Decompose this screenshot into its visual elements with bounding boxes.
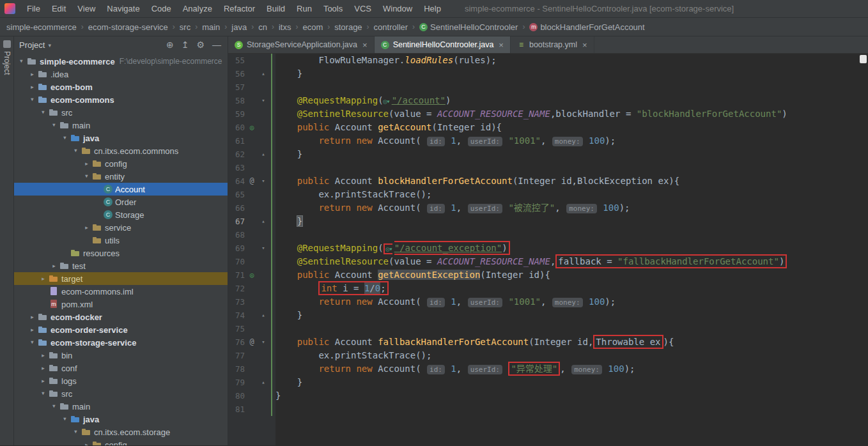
tree-toggle-icon[interactable]: ▸ (29, 95, 36, 105)
fold-toggle-icon[interactable]: ▴ (259, 309, 268, 322)
spring-mapping-gutter-icon[interactable]: ◎ (245, 268, 259, 282)
code-line-64[interactable]: 64@▾ public Account blockHandlerForGetAc… (228, 174, 868, 188)
tree-item-main[interactable]: ▸main (14, 400, 228, 413)
fold-toggle-icon[interactable]: ▾ (259, 242, 268, 255)
tree-toggle-icon[interactable]: ▸ (27, 327, 37, 333)
code-line-68[interactable]: 68 (228, 228, 868, 242)
code-line-62[interactable]: 62▴ } (228, 148, 868, 161)
hide-panel-icon[interactable]: — (212, 36, 221, 54)
line-number[interactable]: 76 (228, 335, 245, 349)
tree-item-ecom-bom[interactable]: ▸ecom-bom (14, 81, 228, 93)
tree-item-target[interactable]: ▸target (14, 272, 228, 285)
tree-item-ecom-order-service[interactable]: ▸ecom-order-service (14, 323, 228, 336)
tab-close-icon[interactable]: × (499, 40, 504, 50)
tree-toggle-icon[interactable]: ▸ (51, 121, 58, 130)
tree-toggle-icon[interactable]: ▸ (62, 134, 68, 143)
line-number[interactable]: 62 (228, 148, 245, 161)
tree-item-entity[interactable]: ▸entity (14, 170, 228, 183)
breadcrumb-item-ecom-storage-service[interactable]: ecom-storage-service (88, 22, 168, 32)
fold-toggle-icon[interactable]: ▴ (259, 376, 268, 389)
breadcrumb-item-cn[interactable]: cn (258, 22, 267, 32)
tree-toggle-icon[interactable]: ▸ (62, 415, 68, 424)
menu-item-run[interactable]: Run (291, 0, 318, 17)
annotation-gutter-icon[interactable]: @ (245, 335, 259, 349)
code-line-56[interactable]: 56▴ } (228, 67, 868, 81)
menu-item-help[interactable]: Help (418, 0, 447, 17)
scrollbar-thumb[interactable] (860, 55, 867, 63)
tree-item-src[interactable]: ▸src (14, 106, 228, 119)
tree-item-utils[interactable]: utils (14, 234, 228, 247)
line-number[interactable]: 58 (228, 94, 245, 107)
tree-toggle-icon[interactable]: ▸ (38, 352, 48, 358)
line-number[interactable]: 60 (228, 121, 245, 134)
line-number[interactable]: 80 (228, 389, 245, 403)
line-number[interactable]: 68 (228, 228, 245, 242)
line-number[interactable]: 67 (228, 215, 245, 228)
breadcrumb-item-simple-ecommerce[interactable]: simple-ecommerce (6, 22, 77, 32)
spring-mapping-gutter-icon[interactable]: ◎ (245, 121, 259, 134)
tree-toggle-icon[interactable]: ▸ (38, 365, 48, 371)
tree-item-java[interactable]: ▸java (14, 132, 228, 144)
tree-toggle-icon[interactable]: ▸ (27, 71, 37, 77)
locate-file-icon[interactable]: ⊕ (166, 36, 174, 54)
tree-item-cn.itxs.ecom.commons[interactable]: ▸cn.itxs.ecom.commons (14, 144, 228, 157)
code-line-80[interactable]: 80} (228, 389, 868, 403)
annotation-gutter-icon[interactable]: @ (245, 174, 259, 188)
tab-bootstrap.yml[interactable]: ≡bootstrap.yml× (511, 36, 594, 53)
tree-item-config[interactable]: ▸config (14, 157, 228, 170)
code-line-75[interactable]: 75 (228, 322, 868, 335)
fold-toggle-icon[interactable]: ▾ (259, 94, 268, 107)
line-number[interactable]: 73 (228, 295, 245, 309)
code-line-72[interactable]: 72 int i = 1/0; (228, 282, 868, 295)
line-number[interactable]: 77 (228, 349, 245, 362)
line-number[interactable]: 69 (228, 242, 245, 255)
menu-item-edit[interactable]: Edit (46, 0, 72, 17)
line-number[interactable]: 56 (228, 67, 245, 81)
breadcrumb-item-src[interactable]: src (180, 22, 190, 32)
line-number[interactable]: 61 (228, 134, 245, 148)
tree-toggle-icon[interactable]: ▸ (40, 389, 47, 399)
line-number[interactable]: 59 (228, 107, 245, 121)
collapse-all-icon[interactable]: ↥ (182, 36, 189, 54)
fold-toggle-icon[interactable]: ▴ (259, 148, 268, 161)
tree-item-ecom-docker[interactable]: ▸ecom-docker (14, 311, 228, 323)
tree-item-config[interactable]: ▸config (14, 438, 228, 445)
code-line-58[interactable]: 58▾ @RequestMapping(◎▾"/account") (228, 94, 868, 107)
menu-item-tools[interactable]: Tools (318, 0, 348, 17)
menu-item-code[interactable]: Code (146, 0, 177, 17)
tree-item-Storage[interactable]: CStorage (14, 208, 228, 221)
settings-gear-icon[interactable]: ⚙ (196, 36, 205, 54)
fold-toggle-icon[interactable]: ▴ (259, 67, 268, 81)
tree-item-cn.itxs.ecom.storage[interactable]: ▸cn.itxs.ecom.storage (14, 426, 228, 438)
tree-toggle-icon[interactable]: ▸ (38, 378, 48, 384)
tree-toggle-icon[interactable]: ▸ (82, 224, 91, 231)
menu-item-file[interactable]: File (21, 0, 46, 17)
tree-item-conf[interactable]: ▸conf (14, 362, 228, 374)
code-line-55[interactable]: 55 FlowRuleManager.loadRules(rules); (228, 54, 868, 67)
line-number[interactable]: 78 (228, 362, 245, 376)
tree-item-resources[interactable]: resources (14, 247, 228, 259)
tree-item-ecom-commons.iml[interactable]: ecom-commons.iml (14, 285, 228, 298)
fold-toggle-icon[interactable]: ▾ (259, 335, 268, 349)
tree-toggle-icon[interactable]: ▸ (51, 402, 58, 411)
tree-toggle-icon[interactable]: ▸ (29, 338, 36, 348)
menu-item-view[interactable]: View (72, 0, 101, 17)
code-line-66[interactable]: 66 return new Account( id: 1, userId: "被… (228, 201, 868, 215)
tree-toggle-icon[interactable]: ▸ (84, 172, 90, 181)
code-line-59[interactable]: 59 @SentinelResource(value = ACCOUNT_RES… (228, 107, 868, 121)
tree-toggle-icon[interactable]: ▸ (40, 108, 47, 118)
tree-item-ecom-storage-service[interactable]: ▸ecom-storage-service (14, 336, 228, 349)
code-line-74[interactable]: 74▴ } (228, 309, 868, 322)
code-line-73[interactable]: 73 return new Account( id: 1, userId: "1… (228, 295, 868, 309)
tree-item-logs[interactable]: ▸logs (14, 374, 228, 387)
code-line-78[interactable]: 78 return new Account( id: 1, userId: "异… (228, 362, 868, 376)
project-panel-title[interactable]: Project ▾ (19, 40, 51, 50)
menu-item-analyze[interactable]: Analyze (177, 0, 218, 17)
tree-item-java[interactable]: ▸java (14, 413, 228, 426)
menu-item-window[interactable]: Window (377, 0, 418, 17)
tab-close-icon[interactable]: × (582, 40, 587, 50)
breadcrumb-item-java[interactable]: java (231, 22, 247, 32)
code-line-63[interactable]: 63 (228, 161, 868, 174)
breadcrumb-item-SentinelHelloControoler[interactable]: CSentinelHelloControoler (419, 22, 518, 32)
code-line-77[interactable]: 77 ex.printStackTrace(); (228, 349, 868, 362)
